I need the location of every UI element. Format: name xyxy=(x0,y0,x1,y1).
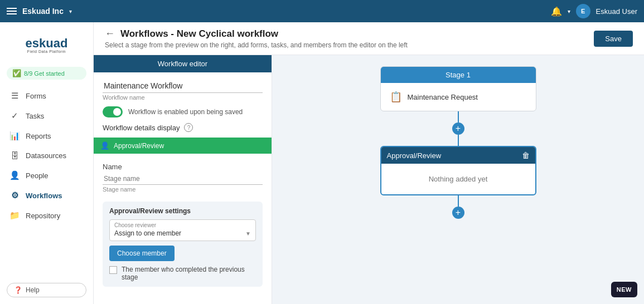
stage-1-header: Stage 1 xyxy=(381,67,536,83)
stage-type-label: Approval/Review xyxy=(114,142,164,150)
notification-chevron-icon: ▾ xyxy=(568,8,570,14)
stage-1-card[interactable]: Stage 1 📋 Maintenance Request xyxy=(380,66,536,111)
people-label: People xyxy=(26,171,48,180)
approval-review-card[interactable]: Approval/Review 🗑 Nothing added yet xyxy=(380,146,536,195)
check-circle-icon: ✅ xyxy=(12,69,21,77)
details-display-row: Workflow details display ? xyxy=(103,123,263,132)
help-label: Help xyxy=(26,286,40,294)
reviewer-select-label: Choose reviewer xyxy=(110,220,255,228)
workflow-name-label: Workflow name xyxy=(103,94,263,101)
sidebar-item-repository[interactable]: 📁 Repository xyxy=(0,206,93,225)
reviewer-select[interactable]: Choose reviewer Assign to one member ▼ xyxy=(109,219,256,241)
sidebar-item-forms[interactable]: ☰ Forms xyxy=(0,86,93,105)
add-stage-button-1[interactable]: + xyxy=(452,122,464,135)
settings-title: Approval/Review settings xyxy=(109,207,256,215)
workflow-name-input[interactable] xyxy=(103,79,263,93)
page-header: ← Workflows - New Cyclical workflow Sele… xyxy=(94,22,644,55)
get-started-badge[interactable]: ✅ 8/9 Get started xyxy=(7,67,86,80)
get-started-label: 8/9 Get started xyxy=(24,70,65,77)
reviewer-select-arrow-icon: ▼ xyxy=(245,231,251,237)
forms-label: Forms xyxy=(26,92,46,100)
workflows-label: Workflows xyxy=(26,192,62,200)
tasks-icon: ✓ xyxy=(9,111,20,121)
top-navigation: Eskuad Inc ▾ 🔔 ▾ E Eskuad User xyxy=(0,0,644,22)
repository-icon: 📁 xyxy=(9,210,20,220)
details-help-icon[interactable]: ? xyxy=(184,123,193,132)
logo-text: eskuad xyxy=(26,37,68,50)
back-button[interactable]: ← xyxy=(105,28,115,40)
choose-member-button[interactable]: Choose member xyxy=(109,246,175,261)
user-name-label: Eskuad User xyxy=(596,7,637,16)
brand-chevron-icon[interactable]: ▾ xyxy=(69,8,72,14)
logo-sub: Field Data Platform xyxy=(26,50,68,53)
editor-title: Workflow editor xyxy=(94,55,272,72)
new-badge: NEW xyxy=(611,282,637,297)
connector-line-3 xyxy=(458,195,459,207)
delete-stage-icon[interactable]: 🗑 xyxy=(522,151,530,160)
datasources-icon: 🗄 xyxy=(9,151,20,160)
datasources-label: Datasources xyxy=(26,151,66,160)
approval-header-label: Approval/Review xyxy=(387,151,442,160)
sidebar-nav: ☰ Forms ✓ Tasks 📊 Reports 🗄 Datasources … xyxy=(0,84,93,227)
add-stage-button-2[interactable]: + xyxy=(452,207,464,219)
sidebar-item-datasources[interactable]: 🗄 Datasources xyxy=(0,146,93,165)
name-section: Name Stage name xyxy=(103,163,263,193)
form-icon: 📋 xyxy=(390,91,402,103)
maintenance-request-title: Maintenance Request xyxy=(408,93,478,101)
reports-icon: 📊 xyxy=(9,131,20,141)
connector-1: + xyxy=(452,111,464,146)
help-button[interactable]: ❓ Help xyxy=(7,283,86,297)
name-field-label: Name xyxy=(103,163,263,171)
toggle-knob xyxy=(113,108,121,116)
forms-icon: ☰ xyxy=(9,91,20,101)
approval-card-body: Nothing added yet xyxy=(381,164,535,194)
details-display-label: Workflow details display xyxy=(103,124,180,132)
hamburger-menu[interactable] xyxy=(7,8,17,14)
previous-stage-checkbox[interactable] xyxy=(109,266,117,274)
workflow-editor-panel: Workflow editor Workflow name Workflow i… xyxy=(94,55,272,304)
workflow-canvas: Stage 1 📋 Maintenance Request + xyxy=(369,66,548,219)
sidebar-item-reports[interactable]: 📊 Reports xyxy=(0,126,93,145)
sidebar-item-workflows[interactable]: ⚙ Workflows xyxy=(0,186,93,205)
previous-stage-label: The member who completed the previous st… xyxy=(122,266,256,281)
toggle-row: Workflow is enabled upon being saved xyxy=(103,106,263,117)
nothing-added-label: Nothing added yet xyxy=(429,175,488,183)
stage-section-header: 👤 Approval/Review xyxy=(94,138,272,154)
tasks-label: Tasks xyxy=(26,112,44,120)
notification-bell-icon[interactable]: 🔔 xyxy=(551,6,562,17)
logo-area: eskuad Field Data Platform xyxy=(0,24,93,65)
brand-name: Eskuad Inc xyxy=(22,7,64,16)
workflow-enabled-toggle[interactable] xyxy=(103,106,123,117)
connector-line-1 xyxy=(458,111,459,122)
sidebar-item-people[interactable]: 👤 People xyxy=(0,166,93,185)
people-icon: 👤 xyxy=(9,170,20,180)
help-question-icon: ❓ xyxy=(14,286,22,294)
approval-settings-section: Approval/Review settings Choose reviewer… xyxy=(103,202,263,287)
reports-label: Reports xyxy=(26,132,51,140)
stage-name-input[interactable] xyxy=(103,173,263,185)
workflows-icon: ⚙ xyxy=(9,190,20,200)
connector-line-2 xyxy=(458,135,459,146)
stage-name-field-label: Stage name xyxy=(103,186,263,193)
approval-stage-icon: 👤 xyxy=(100,141,109,150)
workflow-preview-panel: Stage 1 📋 Maintenance Request + xyxy=(272,55,644,304)
sidebar-item-tasks[interactable]: ✓ Tasks xyxy=(0,106,93,125)
sidebar: eskuad Field Data Platform ✅ 8/9 Get sta… xyxy=(0,22,94,304)
page-description: Select a stage from the preview on the r… xyxy=(105,41,408,49)
save-button[interactable]: Save xyxy=(594,31,633,47)
connector-2: + xyxy=(452,195,464,219)
user-avatar: E xyxy=(576,4,590,18)
previous-stage-checkbox-row: The member who completed the previous st… xyxy=(109,266,256,281)
reviewer-select-value: Assign to one member ▼ xyxy=(110,228,255,241)
toggle-label: Workflow is enabled upon being saved xyxy=(128,108,243,116)
repository-label: Repository xyxy=(26,212,60,220)
approval-card-header: Approval/Review 🗑 xyxy=(381,147,535,164)
page-title: Workflows - New Cyclical workflow xyxy=(120,28,278,40)
